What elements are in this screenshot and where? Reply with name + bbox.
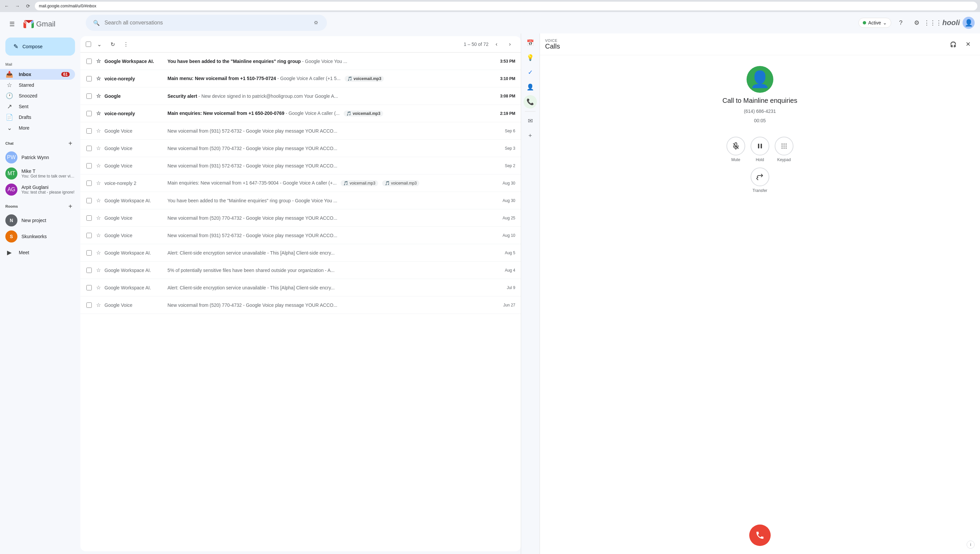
table-row[interactable]: ☆ Google Workspace AI. 5% of potentially… (80, 262, 521, 279)
end-call-area (540, 516, 980, 554)
email-checkbox[interactable] (86, 233, 92, 238)
search-filter-icon[interactable]: ⛭ (311, 18, 321, 28)
star-icon[interactable]: ☆ (95, 180, 102, 186)
search-icon[interactable]: 🔍 (91, 18, 102, 28)
room-item-new-project[interactable]: N New project (0, 212, 80, 228)
email-checkbox[interactable] (86, 250, 92, 256)
table-row[interactable]: ☆ Google Voice New voicemail from (520) … (80, 296, 521, 314)
info-button[interactable]: i (967, 541, 975, 549)
reload-button[interactable]: ⟳ (24, 2, 32, 10)
prev-page-button[interactable]: ‹ (492, 39, 502, 49)
email-checkbox[interactable] (86, 267, 92, 273)
table-row[interactable]: ☆ Google Workspace AI. Alert: Client-sid… (80, 244, 521, 262)
email-checkbox[interactable] (86, 94, 92, 99)
keypad-button[interactable] (775, 137, 794, 155)
room-name-new-project: New project (21, 218, 46, 223)
email-checkbox[interactable] (86, 163, 92, 169)
headphone-button[interactable]: 🎧 (947, 38, 960, 51)
contacts-panel-icon[interactable]: 👤 (523, 80, 537, 94)
star-icon[interactable]: ☆ (95, 284, 102, 291)
url-bar[interactable]: mail.google.com/mail/u/0/#inbox (35, 2, 977, 10)
sidebar-item-meet[interactable]: ▶ Meet (0, 247, 75, 258)
tasks-panel-icon[interactable]: ✓ (523, 66, 537, 79)
select-dropdown-button[interactable]: ⌄ (94, 39, 105, 49)
table-row[interactable]: ☆ Google Workspace AI. You have been add… (80, 192, 521, 209)
email-checkbox[interactable] (86, 302, 92, 308)
compose-button[interactable]: ✎ Compose (5, 38, 75, 56)
sidebar-item-starred[interactable]: ☆ Starred (0, 80, 75, 91)
help-button[interactable]: ? (894, 16, 907, 29)
star-icon[interactable]: ☆ (95, 58, 102, 64)
apps-button[interactable]: ⋮⋮⋮ (926, 16, 939, 29)
email-panel-icon[interactable]: ✉ (523, 114, 537, 127)
more-options-button[interactable]: ⋮ (121, 39, 131, 49)
sidebar-item-more[interactable]: ⌄ More (0, 123, 75, 133)
table-row[interactable]: ☆ voice-noreply Main menu: New voicemail… (80, 70, 521, 88)
email-checkbox[interactable] (86, 59, 92, 64)
add-panel-icon[interactable]: + (523, 129, 537, 142)
table-row[interactable]: ☆ voice-noreply 2 Main enquiries: New vo… (80, 175, 521, 192)
transfer-button[interactable] (751, 167, 769, 186)
phone-panel-icon[interactable]: 📞 (523, 95, 537, 108)
sidebar-item-inbox[interactable]: 📥 Inbox 61 (0, 69, 75, 80)
close-panel-button[interactable]: ✕ (961, 38, 975, 51)
select-all-checkbox[interactable] (86, 41, 91, 47)
email-checkbox[interactable] (86, 76, 92, 81)
email-checkbox[interactable] (86, 146, 92, 151)
star-icon[interactable]: ☆ (95, 197, 102, 204)
keep-panel-icon[interactable]: 💡 (523, 51, 537, 64)
table-row[interactable]: ☆ Google Voice New voicemail from (931) … (80, 157, 521, 175)
hamburger-button[interactable]: ☰ (5, 18, 19, 31)
calendar-panel-icon[interactable]: 📅 (523, 36, 537, 49)
star-icon[interactable]: ☆ (95, 232, 102, 239)
sidebar-item-drafts[interactable]: 📄 Drafts (0, 112, 75, 123)
add-room-button[interactable]: + (66, 202, 75, 211)
table-row[interactable]: ☆ Google Workspace AI. Alert: Client-sid… (80, 279, 521, 296)
star-icon[interactable]: ☆ (95, 127, 102, 134)
email-checkbox[interactable] (86, 198, 92, 203)
hold-control[interactable]: Hold (751, 137, 769, 162)
star-icon[interactable]: ☆ (95, 145, 102, 151)
email-checkbox[interactable] (86, 215, 92, 221)
table-row[interactable]: ☆ Google Voice New voicemail from (931) … (80, 122, 521, 140)
mail-section-label[interactable]: Mail (0, 60, 80, 69)
table-row[interactable]: ☆ Google Voice New voicemail from (520) … (80, 209, 521, 227)
forward-button[interactable]: → (13, 2, 21, 10)
chat-item-mike[interactable]: MT Mike T You: Got time to talk over vid… (0, 166, 80, 181)
email-checkbox[interactable] (86, 180, 92, 186)
star-icon[interactable]: ☆ (95, 93, 102, 99)
search-input[interactable] (105, 20, 308, 26)
chat-item-patrick[interactable]: PW Patrick Wynn (0, 150, 80, 166)
table-row[interactable]: ☆ Google Security alert - New device sig… (80, 88, 521, 105)
mute-control[interactable]: Mute (727, 137, 745, 162)
chat-item-arpit[interactable]: AG Arpit Guglani You: test chat - please… (0, 181, 80, 197)
star-icon[interactable]: ☆ (95, 75, 102, 82)
star-icon[interactable]: ☆ (95, 110, 102, 116)
settings-button[interactable]: ⚙ (910, 16, 923, 29)
keypad-control[interactable]: Keypad (775, 137, 794, 162)
add-chat-button[interactable]: + (66, 138, 75, 148)
email-checkbox[interactable] (86, 285, 92, 290)
star-icon[interactable]: ☆ (95, 215, 102, 221)
star-icon[interactable]: ☆ (95, 162, 102, 169)
next-page-button[interactable]: › (505, 39, 515, 49)
table-row[interactable]: ☆ Google Workspace AI. You have been add… (80, 53, 521, 70)
email-checkbox[interactable] (86, 128, 92, 134)
refresh-button[interactable]: ↻ (107, 39, 118, 49)
room-item-skunkworks[interactable]: S Skunkworks (0, 228, 80, 245)
star-icon[interactable]: ☆ (95, 250, 102, 256)
hold-button[interactable] (751, 137, 769, 155)
star-icon[interactable]: ☆ (95, 267, 102, 273)
email-checkbox[interactable] (86, 111, 92, 116)
active-status-button[interactable]: Active ⌄ (858, 18, 891, 28)
star-icon[interactable]: ☆ (95, 302, 102, 308)
table-row[interactable]: ☆ Google Voice New voicemail from (931) … (80, 227, 521, 244)
sidebar-item-sent[interactable]: ↗ Sent (0, 101, 75, 112)
end-call-button[interactable] (749, 525, 771, 546)
sidebar-item-snoozed[interactable]: 🕐 Snoozed (0, 91, 75, 101)
user-avatar[interactable]: 👤 (963, 17, 975, 29)
table-row[interactable]: ☆ Google Voice New voicemail from (520) … (80, 140, 521, 157)
table-row[interactable]: ☆ voice-noreply Main enquiries: New voic… (80, 105, 521, 122)
mute-button[interactable] (727, 137, 745, 155)
back-button[interactable]: ← (3, 2, 11, 10)
